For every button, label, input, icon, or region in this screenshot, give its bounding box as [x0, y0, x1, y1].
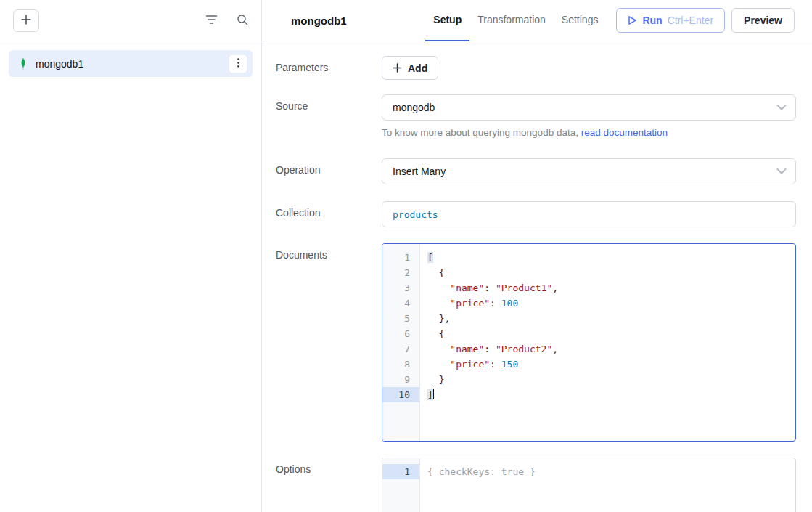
query-title: mongodb1 [291, 15, 347, 27]
filter-icon [205, 15, 218, 27]
tab-settings[interactable]: Settings [554, 0, 607, 41]
plus-icon [393, 63, 402, 73]
plus-icon [21, 15, 31, 27]
item-menu-button[interactable] [229, 54, 247, 73]
header-actions: Run Ctrl+Enter Preview [616, 8, 795, 33]
options-label: Options [276, 458, 382, 475]
source-value: mongodb [393, 102, 435, 113]
collection-label: Collection [276, 201, 382, 219]
line-number-gutter: 12345678910 [382, 244, 420, 441]
operation-row: Operation Insert Many [276, 158, 796, 184]
tab-bar: Setup Transformation Settings [425, 0, 606, 41]
sidebar: mongodb1 [0, 0, 262, 512]
search-icon [237, 14, 248, 28]
tab-setup[interactable]: Setup [425, 0, 469, 41]
code-content[interactable]: { checkKeys: true } [420, 458, 795, 512]
source-label: Source [276, 94, 382, 112]
add-query-button[interactable] [13, 9, 39, 32]
run-shortcut: Ctrl+Enter [668, 15, 713, 26]
documents-code-editor[interactable]: 12345678910 [ { "name": "Product1", "pri… [382, 243, 796, 442]
kebab-icon [237, 58, 239, 70]
source-row: Source mongodb To know more about queryi… [276, 94, 796, 138]
preview-button[interactable]: Preview [731, 8, 795, 33]
line-number-gutter: 1 [382, 458, 420, 512]
list-item-mongodb1[interactable]: mongodb1 [9, 50, 253, 77]
main-panel: mongodb1 Setup Transformation Settings R… [262, 0, 812, 512]
documents-row: Documents 12345678910 [ { "name": "Produ… [276, 243, 796, 442]
code-content[interactable]: [ { "name": "Product1", "price": 100 }, … [420, 244, 795, 441]
source-helper-text: To know more about querying mongodb data… [382, 127, 796, 138]
operation-label: Operation [276, 158, 382, 176]
run-button[interactable]: Run Ctrl+Enter [616, 8, 725, 33]
query-list: mongodb1 [0, 41, 261, 86]
collection-input[interactable] [382, 201, 796, 227]
list-item-label: mongodb1 [36, 58, 222, 70]
operation-select[interactable]: Insert Many [382, 158, 796, 184]
setup-form: Parameters Add Source mongodb [262, 41, 812, 512]
search-button[interactable] [237, 14, 248, 28]
collection-row: Collection [276, 201, 796, 227]
chevron-down-icon [776, 105, 787, 111]
documents-label: Documents [276, 243, 382, 261]
options-code-editor[interactable]: 1 { checkKeys: true } [382, 458, 796, 512]
options-row: Options 1 { checkKeys: true } [276, 458, 796, 512]
operation-value: Insert Many [393, 166, 446, 177]
tab-transformation[interactable]: Transformation [469, 0, 554, 41]
add-parameter-button[interactable]: Add [382, 56, 438, 80]
add-parameter-label: Add [408, 62, 427, 74]
sidebar-toolbar [0, 0, 261, 41]
source-select[interactable]: mongodb [382, 94, 796, 121]
app: mongodb1 mongodb1 Setup Transformation S… [0, 0, 812, 512]
query-header: mongodb1 Setup Transformation Settings R… [262, 0, 812, 41]
helper-prefix: To know more about querying mongodb data… [382, 127, 581, 138]
filter-button[interactable] [205, 15, 218, 27]
run-label: Run [642, 15, 662, 26]
play-icon [628, 15, 637, 25]
mongodb-leaf-icon [17, 57, 29, 70]
parameters-label: Parameters [276, 56, 382, 73]
parameters-row: Parameters Add [276, 56, 796, 80]
chevron-down-icon [776, 168, 787, 175]
read-documentation-link[interactable]: read documentation [581, 127, 668, 138]
